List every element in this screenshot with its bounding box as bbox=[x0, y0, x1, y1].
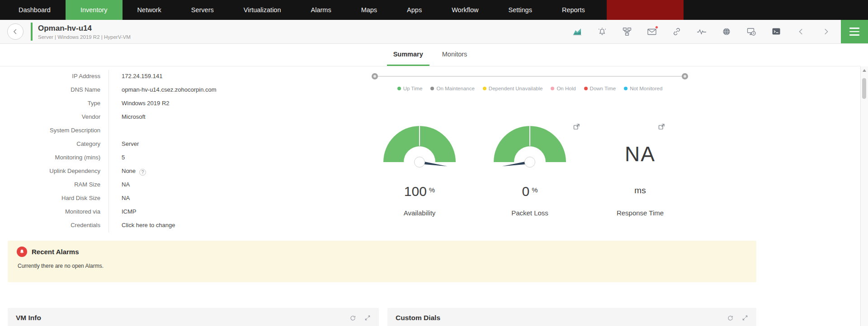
panel-actions bbox=[349, 315, 371, 321]
nav-item-settings[interactable]: Settings bbox=[494, 0, 547, 20]
globe-icon[interactable] bbox=[722, 27, 731, 37]
next-device-icon[interactable] bbox=[821, 27, 831, 37]
detail-label: System Description bbox=[0, 124, 100, 138]
detail-value: None? bbox=[108, 165, 344, 178]
device-schedule-icon[interactable] bbox=[746, 27, 756, 37]
gauge-arc bbox=[494, 126, 566, 162]
nav-item-apps[interactable]: Apps bbox=[392, 0, 437, 20]
alarm-bell-icon[interactable] bbox=[597, 27, 607, 37]
panel-title: Custom Dials bbox=[396, 314, 440, 322]
gauge-value: 100% bbox=[375, 184, 464, 199]
refresh-icon[interactable] bbox=[349, 315, 356, 321]
slider-track[interactable] bbox=[374, 76, 685, 77]
gauge-value: NA bbox=[595, 142, 685, 166]
promo-banner[interactable] bbox=[607, 0, 684, 20]
gauge-response-time: NA ms Response Time bbox=[595, 126, 685, 217]
traffic-pulse-icon[interactable] bbox=[697, 27, 707, 37]
gauge-tick bbox=[419, 126, 420, 146]
device-action-icons bbox=[572, 27, 831, 37]
vertical-scrollbar[interactable] bbox=[860, 66, 868, 326]
export-icon[interactable] bbox=[658, 123, 665, 131]
nav-item-maps[interactable]: Maps bbox=[346, 0, 392, 20]
detail-row-credentials: Credentials Click here to change bbox=[0, 219, 344, 233]
legend-dot bbox=[551, 87, 554, 90]
nav-item-workflow[interactable]: Workflow bbox=[437, 0, 493, 20]
link-icon[interactable] bbox=[672, 27, 682, 37]
gauge-number: 100 bbox=[404, 184, 427, 199]
detail-row-monitored-via: Monitored via ICMP bbox=[0, 205, 344, 219]
slider-handle-right[interactable] bbox=[682, 73, 688, 79]
expand-icon[interactable] bbox=[742, 315, 748, 321]
gauge-label: Availability bbox=[375, 209, 464, 217]
detail-row-category: Category Server bbox=[0, 138, 344, 151]
detail-label: Credentials bbox=[0, 219, 100, 233]
detail-value: opman-hv-u14.csez.zohocorpin.com bbox=[108, 84, 344, 97]
time-range-slider[interactable] bbox=[372, 73, 688, 80]
gauge-row: 100% Availability 0% Packet Loss bbox=[372, 126, 688, 217]
detail-value: Microsoft bbox=[108, 111, 344, 124]
recent-alarms-header: Recent Alarms bbox=[17, 247, 747, 257]
back-button[interactable] bbox=[7, 23, 24, 40]
gauge-arc bbox=[383, 126, 456, 162]
refresh-icon[interactable] bbox=[727, 315, 734, 321]
nav-item-servers[interactable]: Servers bbox=[176, 0, 229, 20]
availability-overview: Up Time On Maintenance Dependent Unavail… bbox=[372, 66, 688, 217]
nav-item-alarms[interactable]: Alarms bbox=[296, 0, 346, 20]
gauge-packet-loss: 0% Packet Loss bbox=[485, 126, 575, 217]
menu-icon[interactable] bbox=[841, 20, 868, 43]
legend-dot bbox=[584, 87, 588, 90]
opmanager-app: Dashboard Inventory Network Servers Virt… bbox=[0, 0, 868, 326]
device-subtitle: Server | Windows 2019 R2 | HyperV-VM bbox=[38, 34, 131, 40]
tab-summary[interactable]: Summary bbox=[387, 44, 429, 66]
gauge-unit: % bbox=[429, 186, 435, 194]
expand-icon[interactable] bbox=[364, 315, 371, 321]
detail-label: Monitoring (mins) bbox=[0, 151, 100, 165]
recent-alarms-title: Recent Alarms bbox=[32, 248, 79, 256]
gauge-number: 0 bbox=[522, 184, 529, 199]
detail-row-dns-name: DNS Name opman-hv-u14.csez.zohocorpin.co… bbox=[0, 84, 344, 97]
credentials-change-link[interactable]: Click here to change bbox=[108, 219, 344, 233]
vm-info-panel: VM Info bbox=[8, 308, 379, 326]
device-details: IP Address 172.24.159.141 DNS Name opman… bbox=[0, 70, 344, 233]
legend-dot bbox=[397, 87, 401, 90]
nav-item-virtualization[interactable]: Virtualization bbox=[229, 0, 296, 20]
nav-item-reports[interactable]: Reports bbox=[547, 0, 600, 20]
nav-item-network[interactable]: Network bbox=[123, 0, 176, 20]
scrollbar-up-arrow[interactable] bbox=[863, 69, 866, 72]
legend-label: Up Time bbox=[403, 86, 423, 91]
terminal-icon[interactable] bbox=[771, 27, 781, 37]
detail-label: Monitored via bbox=[0, 205, 100, 219]
gauge-unit: % bbox=[532, 186, 538, 194]
chart-icon[interactable] bbox=[572, 27, 582, 37]
gauge-value: 0% bbox=[485, 184, 575, 199]
detail-label: Type bbox=[0, 97, 100, 111]
legend-dot bbox=[624, 87, 627, 90]
device-accent-bar bbox=[31, 23, 33, 41]
uplink-value: None bbox=[122, 168, 136, 174]
legend-on-hold: On Hold bbox=[551, 86, 576, 91]
gauge-pivot bbox=[524, 157, 535, 168]
workflow-icon[interactable] bbox=[622, 27, 632, 37]
mail-icon[interactable] bbox=[647, 27, 657, 37]
detail-value bbox=[108, 124, 344, 138]
detail-label: Hard Disk Size bbox=[0, 192, 100, 205]
legend-label: On Maintenance bbox=[436, 86, 474, 91]
tab-bar: Summary Monitors bbox=[0, 44, 860, 66]
gauge-availability: 100% Availability bbox=[375, 126, 464, 217]
scrollbar-thumb[interactable] bbox=[862, 78, 866, 99]
detail-row-type: Type Windows 2019 R2 bbox=[0, 97, 344, 111]
detail-row-uplink-dependency: Uplink Dependency None? bbox=[0, 165, 344, 178]
legend-label: Down Time bbox=[590, 86, 616, 91]
nav-item-dashboard[interactable]: Dashboard bbox=[4, 0, 66, 20]
tab-monitors[interactable]: Monitors bbox=[436, 44, 474, 66]
prev-device-icon[interactable] bbox=[796, 27, 806, 37]
custom-dials-header: Custom Dials bbox=[387, 308, 756, 326]
legend-label: Not Monitored bbox=[630, 86, 662, 91]
slider-handle-left[interactable] bbox=[372, 73, 378, 79]
gauge-pivot bbox=[414, 157, 425, 168]
detail-label: Category bbox=[0, 138, 100, 151]
panel-actions bbox=[727, 315, 748, 321]
export-icon[interactable] bbox=[573, 123, 580, 131]
help-icon[interactable]: ? bbox=[139, 169, 146, 176]
nav-item-inventory[interactable]: Inventory bbox=[66, 0, 123, 20]
